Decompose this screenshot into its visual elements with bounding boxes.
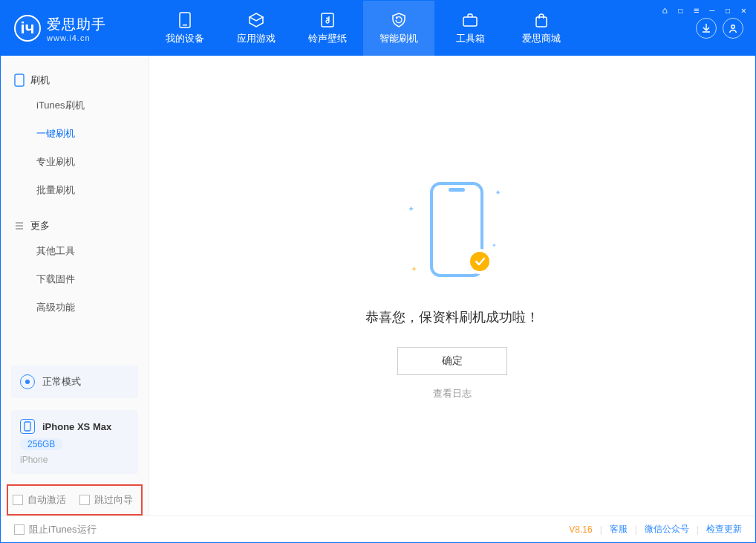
footer-link-support[interactable]: 客服 [610,523,628,536]
checkbox-auto-activate[interactable]: 自动激活 [13,493,66,507]
checkbox-block-itunes[interactable]: 阻止iTunes运行 [14,523,97,536]
spinner-icon [20,374,35,389]
tab-toolbox[interactable]: 工具箱 [434,1,506,56]
tab-my-device[interactable]: 我的设备 [149,1,221,56]
success-message: 恭喜您，保资料刷机成功啦！ [365,308,539,326]
svg-rect-6 [536,17,547,27]
logo: iч 爱思助手 www.i4.cn [1,15,149,42]
device-name: iPhone XS Max [42,421,111,432]
svg-marker-2 [250,13,263,21]
tab-label: 工具箱 [456,32,485,45]
account-button[interactable] [723,18,743,39]
app-window: ⌂ ☐ ≡ — ☐ ✕ iч 爱思助手 www.i4.cn 我的设备 应用游戏 [0,0,756,543]
tab-label: 应用游戏 [237,32,276,45]
list-icon [14,221,25,231]
app-name: 爱思助手 [47,15,106,34]
checkbox-icon [13,495,23,505]
sidebar-item-itunes-flash[interactable]: iTunes刷机 [1,91,149,120]
tab-label: 智能刷机 [379,32,418,45]
tab-apps-games[interactable]: 应用游戏 [221,1,292,56]
sidebar-item-other-tools[interactable]: 其他工具 [1,237,149,265]
svg-rect-9 [25,422,30,431]
sidebar-group-label: 更多 [30,219,50,233]
mode-label: 正常模式 [42,375,81,388]
main-tabs: 我的设备 应用游戏 铃声壁纸 智能刷机 工具箱 爱思商城 [149,1,577,56]
sidebar-item-advanced[interactable]: 高级功能 [1,293,149,322]
briefcase-icon [462,11,478,29]
menu-icon[interactable]: ≡ [694,5,699,16]
sidebar-item-pro-flash[interactable]: 专业刷机 [1,148,149,176]
device-icon [20,419,35,434]
tab-store[interactable]: 爱思商城 [506,1,577,56]
phone-icon [14,74,25,87]
skin-icon[interactable]: ☐ [678,5,683,16]
check-badge-icon [467,249,492,274]
download-button[interactable] [696,18,717,39]
highlight-options: 自动激活 跳过向导 [7,484,143,516]
body: 刷机 iTunes刷机 一键刷机 专业刷机 批量刷机 更多 其他工具 下载固件 … [1,56,755,516]
svg-rect-5 [463,17,477,26]
refresh-shield-icon [391,11,407,29]
app-subdomain: www.i4.cn [47,34,106,42]
maximize-button[interactable]: ☐ [726,5,731,16]
device-capacity: 256GB [20,438,62,450]
tab-label: 铃声壁纸 [308,32,347,45]
mode-box[interactable]: 正常模式 [11,365,138,398]
logo-icon: iч [14,15,41,42]
header: ⌂ ☐ ≡ — ☐ ✕ iч 爱思助手 www.i4.cn 我的设备 应用游戏 [1,1,755,56]
sidebar-group-flash: 刷机 [1,69,149,91]
phone-icon [179,11,191,29]
header-right [696,18,755,39]
footer-link-wechat[interactable]: 微信公众号 [645,523,689,536]
footer: 阻止iTunes运行 V8.16 | 客服 | 微信公众号 | 检查更新 [1,516,755,542]
version-label: V8.16 [569,524,592,535]
sidebar-item-batch-flash[interactable]: 批量刷机 [1,176,149,204]
svg-rect-1 [183,25,187,26]
success-illustration: ✦ ✦ ✦ ✦ [408,182,497,286]
device-type: iPhone [20,455,48,465]
sidebar: 刷机 iTunes刷机 一键刷机 专业刷机 批量刷机 更多 其他工具 下载固件 … [1,56,149,516]
checkbox-icon [79,495,90,505]
close-button[interactable]: ✕ [741,5,746,16]
settings-icon[interactable]: ⌂ [662,5,668,16]
main-content: ✦ ✦ ✦ ✦ 恭喜您，保资料刷机成功啦！ 确定 查看日志 [149,56,755,516]
checkbox-label: 阻止iTunes运行 [29,523,97,536]
tab-ringtones[interactable]: 铃声壁纸 [292,1,363,56]
ok-button[interactable]: 确定 [397,347,507,375]
checkbox-skip-guide[interactable]: 跳过向导 [79,493,133,507]
cube-icon [248,11,264,29]
bag-icon [534,11,549,29]
footer-link-update[interactable]: 检查更新 [706,523,742,536]
sidebar-group-label: 刷机 [30,74,50,87]
footer-right: V8.16 | 客服 | 微信公众号 | 检查更新 [569,523,742,536]
sidebar-item-download-firmware[interactable]: 下载固件 [1,265,149,293]
tab-label: 爱思商城 [522,32,561,45]
checkbox-label: 自动激活 [27,493,66,507]
tab-smart-flash[interactable]: 智能刷机 [363,1,434,56]
sidebar-item-oneclick-flash[interactable]: 一键刷机 [1,120,149,148]
svg-point-7 [731,25,735,29]
device-info-box[interactable]: iPhone XS Max 256GB iPhone [11,410,138,474]
view-log-link[interactable]: 查看日志 [433,387,472,400]
svg-rect-8 [15,74,24,86]
checkbox-label: 跳过向导 [94,493,133,507]
tab-label: 我的设备 [166,32,204,45]
sidebar-group-more: 更多 [1,215,149,237]
checkbox-icon [14,524,25,535]
music-icon [320,11,335,29]
window-controls: ⌂ ☐ ≡ — ☐ ✕ [662,5,746,16]
minimize-button[interactable]: — [709,5,714,16]
